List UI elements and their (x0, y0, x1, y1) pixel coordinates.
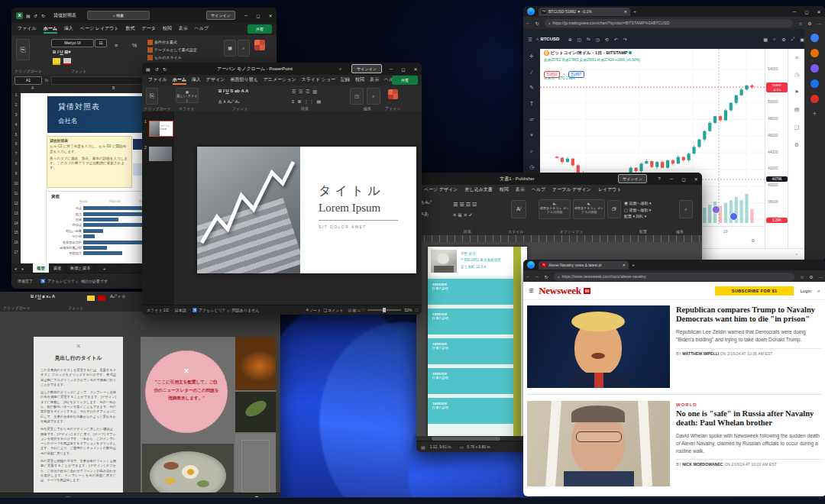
refresh-icon[interactable]: ↻ (542, 274, 551, 279)
style-button[interactable]: セルのスタイル (147, 53, 197, 61)
highlight-color-button[interactable] (87, 296, 95, 301)
ribbon-tab[interactable]: ヘルプ (532, 186, 545, 193)
ribbon-tab[interactable]: ホーム (44, 25, 57, 34)
symbol-line[interactable]: ビットコイン/米ドル・1日・BITSTAMP (551, 50, 628, 55)
editing-button[interactable]: ⌕ (367, 88, 380, 105)
drawing-tool-icon[interactable]: ⌖ (530, 132, 533, 138)
search-icon[interactable]: ⌕ (817, 288, 820, 294)
slide-thumbnail-2[interactable] (149, 147, 172, 161)
minimize-button[interactable]: ─ (788, 9, 801, 14)
sidebar-app-icon[interactable] (810, 34, 819, 42)
addins-icon[interactable] (388, 89, 398, 99)
drawing-tool-icon[interactable]: ▱ (529, 116, 533, 122)
timeline-block[interactable]: 19XX/X/X 行事の説明 (428, 279, 513, 305)
timeline-block[interactable]: 19XX/X/X 行事の説明 (428, 338, 513, 364)
newsweek-logo[interactable]: Newsweek (539, 285, 581, 297)
drawing-tool-icon[interactable]: ◷ (529, 164, 534, 170)
timeline-block[interactable]: 19XX/X/X 行事の説明 (428, 398, 513, 424)
notes-icon[interactable]: ≜ (306, 308, 309, 312)
sidebar-tool-icon[interactable]: ≡ (795, 55, 798, 60)
drawing-tool-icon[interactable]: T (530, 101, 533, 106)
edit-button[interactable]: ⌕ (679, 200, 693, 218)
article-headline[interactable]: Republican compares Trump to Navalny Dem… (676, 305, 821, 325)
row-header[interactable]: 1 (11, 93, 21, 103)
browser-tab[interactable]: N Alexei Navalny news & latest pi ✕ (539, 261, 629, 270)
ribbon-tab[interactable]: デザイン (206, 76, 225, 85)
signin-button[interactable]: サインイン (351, 64, 382, 73)
sidebar-tool-icon[interactable]: ⚙ (794, 142, 799, 148)
row-header[interactable]: 2 (11, 103, 21, 113)
row-header[interactable]: 14 (11, 221, 21, 231)
status-accessibility[interactable]: アクセシビリティ: 問題ありません (199, 308, 259, 312)
ribbon-tab[interactable]: 差し込み文書 (465, 186, 493, 193)
row-header[interactable]: 5 (11, 133, 21, 143)
replay-icon[interactable]: ⟲ (602, 37, 611, 42)
column-header[interactable]: A (31, 86, 34, 90)
view-buttons[interactable]: ▤ ▦ ▭ ⛉ (348, 308, 364, 313)
font-color-button[interactable] (98, 296, 105, 301)
row-header[interactable]: 9 (11, 172, 21, 182)
ribbon-tab[interactable]: ファイル (148, 76, 167, 85)
sidebar-tool-icon[interactable]: ❑ (794, 124, 799, 131)
tab-close-icon[interactable]: ✕ (623, 263, 626, 267)
sidebar-app-icon[interactable] (810, 79, 819, 88)
paragraph-buttons2[interactable]: ≡ ≣ ⋮⋮ ▤ (292, 99, 322, 104)
bring-forward-button[interactable]: ▣ 前面へ移動 ▾ (624, 200, 651, 207)
more-icon[interactable]: ⋯ (814, 21, 823, 26)
article-headline[interactable]: No one is "safe" in Russia after Navalny… (676, 409, 821, 428)
add-sidebar-app-icon[interactable]: + (813, 110, 817, 118)
back-icon[interactable]: ← (523, 274, 532, 279)
close-button[interactable]: ✕ (690, 176, 702, 182)
comments-button[interactable]: コメント (328, 308, 343, 312)
sidebar-tool-icon[interactable]: ◷ (794, 72, 799, 78)
save-icon[interactable]: ▤ (146, 66, 155, 72)
maximize-button[interactable]: ◻ (252, 13, 264, 18)
number-format-icon[interactable]: % (132, 43, 137, 48)
back-icon[interactable]: ← (523, 21, 532, 25)
ribbon-tab[interactable]: 校閲 (355, 76, 364, 85)
panel-collapse-icon[interactable]: ⌃ (794, 253, 798, 258)
new-tab-icon[interactable]: + (629, 263, 638, 267)
status-accessibility[interactable]: アクセシビリティ: 検討が必要です (47, 279, 108, 283)
paste-button[interactable]: ⎘ (16, 39, 30, 60)
paste-button[interactable]: ⎘ (146, 88, 158, 105)
row-header[interactable]: 10 (11, 182, 21, 192)
subscribe-button[interactable]: SUBSCRIBE FOR $1 (715, 286, 794, 296)
row-header[interactable]: 8 (11, 162, 21, 172)
row-header[interactable]: 4 (11, 123, 21, 133)
ribbon-tab[interactable]: 表示 (179, 25, 188, 34)
font-color-buttons[interactable]: A̲ ∧ A⤢ Aᵥ (218, 99, 239, 105)
object-position[interactable]: 1.12, 9.61 in. (430, 444, 452, 449)
slide-thumbnail-1[interactable]: タイトルLorem (149, 121, 173, 137)
star-icon[interactable]: ☆ (798, 274, 807, 279)
font-name-select[interactable]: Meiryo UI (51, 39, 94, 47)
menu-icon[interactable]: ☰ (526, 37, 535, 42)
hbox-button[interactable]: ⎁横書きテキスト ボックスの描画 (539, 199, 571, 219)
ribbon-tab[interactable]: 挿入 (64, 25, 73, 34)
url-input[interactable]: ● https://www.newsweek.com/topic/alexei-… (554, 273, 794, 281)
signin-button[interactable]: サインイン (206, 11, 235, 20)
style-button[interactable]: テーブルとして書式設定 (147, 46, 197, 53)
zoom-slider-thumb[interactable] (383, 308, 386, 312)
editing-button[interactable]: ⌕ (238, 40, 250, 57)
paragraph-icons2[interactable]: ≡≣≡✓ (453, 212, 474, 218)
sections-menu-icon[interactable]: ☰ (529, 288, 533, 294)
style-button[interactable]: 条件付き書式 (147, 38, 197, 46)
wrap-text-button[interactable]: 🗇 (607, 200, 621, 218)
login-link[interactable]: Login (800, 289, 811, 293)
close-button[interactable]: ✕ (813, 9, 825, 15)
quick-search-icon[interactable]: ⌕ (770, 37, 779, 42)
save-icon[interactable]: ▤ (26, 13, 34, 18)
ribbon-tab[interactable]: レイアウト (598, 186, 622, 193)
more-icon[interactable]: ⋯ (816, 274, 825, 279)
maximize-button[interactable]: ◻ (397, 66, 409, 72)
undo-icon[interactable]: ↺ (155, 66, 163, 72)
gear-icon[interactable]: ⚙ (807, 274, 816, 279)
alignment-icon[interactable]: ≡ (115, 43, 118, 48)
word-font-buttons[interactable]: B I U ⱥ x₂ A (31, 294, 55, 299)
bold-italic-underline-buttons[interactable]: B I U ⊞▾ (53, 49, 70, 54)
timeline-block[interactable]: 19XX/X/X 行事の説明 (428, 368, 513, 394)
row-header[interactable]: 15 (11, 231, 21, 241)
ribbon-tab[interactable]: ページ レイアウト (80, 25, 119, 34)
new-slide-button[interactable]: ▦新しい スライド (176, 88, 199, 103)
